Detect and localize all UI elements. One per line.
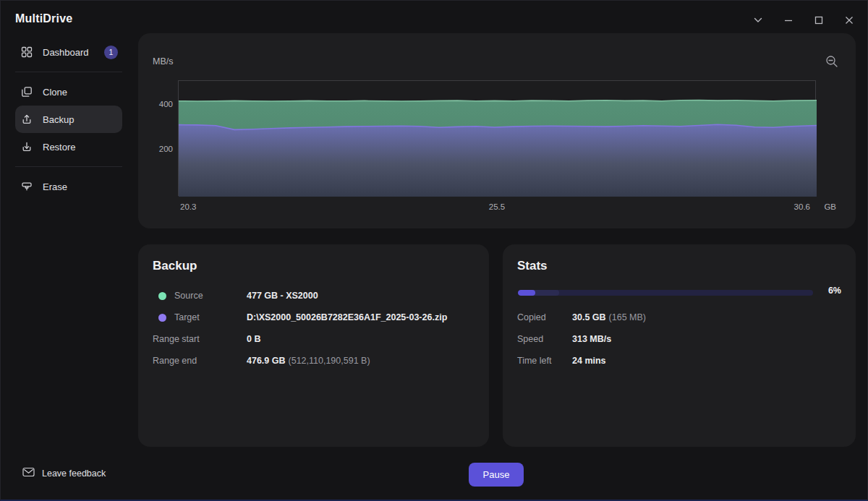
progress-fill — [518, 290, 535, 296]
envelope-icon — [22, 467, 35, 479]
stats-rows: Copied 30.5 GB(165 MB) Speed 313 MB/s Ti… — [503, 307, 856, 372]
stats-card: Stats 6% Copied 30.5 GB(165 MB) Speed 31… — [503, 244, 856, 447]
target-value: D:\XS2000_50026B7282E36A1F_2025-03-26.zi… — [247, 312, 447, 322]
backup-card: Backup Source 477 GB - XS2000 Target D:\… — [138, 244, 489, 447]
time-left-label: Time left — [517, 356, 551, 366]
backup-upload-icon — [21, 114, 33, 125]
dashboard-badge: 1 — [104, 46, 118, 59]
sidebar-item-label: Dashboard — [43, 47, 89, 58]
sidebar-divider — [15, 72, 122, 72]
clone-copy-icon — [21, 86, 33, 98]
copied-value: 30.5 GB(165 MB) — [572, 312, 646, 322]
leave-feedback-label: Leave feedback — [42, 468, 106, 479]
zoom-out-icon[interactable] — [824, 53, 840, 69]
range-end-bytes: (512,110,190,591 B) — [289, 356, 370, 366]
speed-value: 313 MB/s — [572, 334, 611, 344]
sidebar-item-label: Clone — [43, 87, 67, 98]
source-row: Source 477 GB - XS2000 — [138, 285, 489, 307]
maximize-button[interactable] — [808, 11, 830, 30]
transfer-chart-panel: MB/s 400 200 20.3 25.5 30.6 GB — [138, 33, 856, 228]
app-title: MultiDrive — [15, 12, 72, 25]
sidebar-item-label: Erase — [43, 181, 67, 192]
y-axis-unit-label: MB/s — [153, 56, 173, 67]
leave-feedback-link[interactable]: Leave feedback — [22, 467, 106, 479]
sidebar-item-label: Restore — [43, 142, 76, 153]
y-tick-400: 400 — [148, 100, 173, 108]
source-label: Source — [174, 291, 203, 301]
restore-download-icon — [21, 141, 33, 153]
speed-label: Speed — [517, 334, 543, 344]
chevron-down-icon[interactable] — [747, 11, 769, 30]
pause-button[interactable]: Pause — [469, 463, 524, 487]
time-left-row: Time left 24 mins — [503, 350, 856, 372]
speed-area-chart[interactable] — [178, 80, 816, 196]
y-tick-200: 200 — [148, 145, 173, 153]
sidebar-divider — [15, 166, 122, 167]
close-button[interactable] — [838, 11, 860, 30]
sidebar-item-erase[interactable]: Erase — [15, 173, 122, 200]
range-end-row: Range end 476.9 GB(512,110,190,591 B) — [138, 350, 489, 372]
backup-rows: Source 477 GB - XS2000 Target D:\XS2000_… — [138, 285, 489, 372]
x-tick-right: 30.6 — [794, 202, 810, 211]
sidebar-item-restore[interactable]: Restore — [15, 133, 122, 160]
erase-icon — [21, 181, 33, 192]
app-window: MultiDrive Dashboard 1 Clone — [0, 0, 868, 501]
stats-card-title: Stats — [517, 259, 548, 273]
progress-percent-label: 6% — [828, 286, 841, 296]
sidebar-item-label: Backup — [43, 114, 74, 125]
copied-label: Copied — [517, 312, 546, 322]
range-start-label: Range start — [153, 334, 200, 344]
x-tick-mid: 25.5 — [178, 202, 816, 211]
target-dot-icon — [158, 314, 166, 322]
range-end-value: 476.9 GB(512,110,190,591 B) — [247, 356, 370, 366]
chart-svg — [179, 81, 817, 197]
progress-bar — [518, 290, 813, 296]
sidebar: Dashboard 1 Clone Backup Restore — [1, 38, 131, 200]
copied-sub-value: (165 MB) — [609, 312, 646, 322]
source-value: 477 GB - XS2000 — [247, 291, 318, 301]
source-dot-icon — [158, 292, 166, 300]
speed-row: Speed 313 MB/s — [503, 328, 856, 350]
sidebar-item-dashboard[interactable]: Dashboard 1 — [15, 38, 122, 66]
target-row: Target D:\XS2000_50026B7282E36A1F_2025-0… — [138, 307, 489, 328]
target-label: Target — [174, 312, 200, 322]
range-end-label: Range end — [153, 356, 197, 366]
range-start-value: 0 B — [247, 334, 260, 344]
range-start-row: Range start 0 B — [138, 328, 489, 350]
window-controls — [747, 11, 860, 30]
copied-row: Copied 30.5 GB(165 MB) — [503, 307, 856, 328]
sidebar-item-clone[interactable]: Clone — [15, 78, 122, 106]
time-left-value: 24 mins — [572, 356, 606, 366]
x-axis-unit-label: GB — [824, 202, 836, 211]
sidebar-item-backup[interactable]: Backup — [15, 106, 122, 133]
backup-card-title: Backup — [153, 259, 197, 273]
dashboard-grid-icon — [21, 46, 33, 58]
minimize-button[interactable] — [778, 11, 799, 30]
